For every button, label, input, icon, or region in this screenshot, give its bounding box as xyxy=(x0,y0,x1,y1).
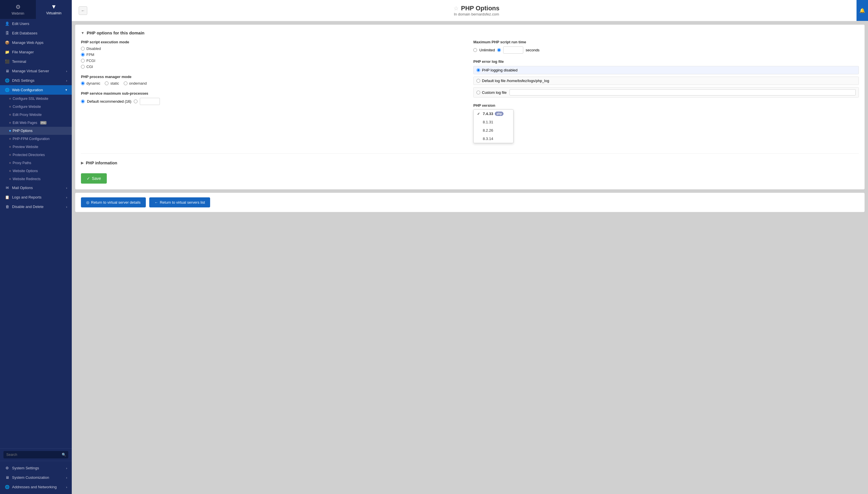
save-button[interactable]: ✓ Save xyxy=(81,173,107,184)
sidebar-item-php-options[interactable]: PHP Options xyxy=(0,127,72,135)
notification-button[interactable]: 🔔 xyxy=(856,0,868,21)
sidebar-item-proxy-paths[interactable]: Proxy Paths xyxy=(0,159,72,167)
nav-label: File Manager xyxy=(12,50,34,54)
sidebar-navigation: 👤 Edit Users 🗄 Edit Databases 📦 Manage W… xyxy=(0,19,72,449)
arrow-icon: › xyxy=(66,186,67,190)
php-version-item-8314[interactable]: ✓ 8.3.14 xyxy=(474,135,513,143)
sidebar-item-system-customization[interactable]: 🖥 System Customization › xyxy=(0,473,72,482)
radio-error-log-default[interactable] xyxy=(477,79,480,83)
radio-fpm[interactable]: FPM xyxy=(81,53,466,57)
nav-label: Edit Databases xyxy=(12,31,37,35)
run-time-input[interactable]: 300 xyxy=(503,46,523,54)
radio-fcgi-label: FCGI xyxy=(87,58,95,63)
php-version-text: 8.1.31 xyxy=(483,120,493,124)
radio-run-time-value[interactable] xyxy=(497,48,501,52)
radio-ondemand-input[interactable] xyxy=(124,81,127,85)
error-log-disabled-row[interactable]: PHP logging disabled xyxy=(473,66,859,74)
bell-icon: 🔔 xyxy=(860,8,865,13)
sidebar-item-manage-virtual-server[interactable]: 🖥 Manage Virtual Server › xyxy=(0,66,72,76)
nav-label: Manage Virtual Server xyxy=(12,69,49,73)
arrow-icon: › xyxy=(66,70,67,73)
tab-webmin[interactable]: ⚙ Webmin xyxy=(0,0,36,19)
sidebar-item-logs-reports[interactable]: 📋 Logs and Reports › xyxy=(0,192,72,202)
sidebar-item-preview-website[interactable]: Preview Website xyxy=(0,143,72,151)
sidebar-item-manage-web-apps[interactable]: 📦 Manage Web Apps xyxy=(0,38,72,48)
radio-disabled-label: Disabled xyxy=(87,46,101,51)
subprocesses-input-group: Default recommended (16) xyxy=(81,98,466,105)
sidebar-item-php-fpm-config[interactable]: PHP-FPM Configuration xyxy=(0,135,72,143)
back-button[interactable]: ← xyxy=(79,6,87,15)
radio-fcgi-input[interactable] xyxy=(81,59,85,62)
sub-nav-label: Proxy Paths xyxy=(13,161,31,165)
webmin-icon: ⚙ xyxy=(2,3,34,10)
dot-icon xyxy=(9,138,11,140)
radio-fpm-input[interactable] xyxy=(81,53,85,57)
return-list-button[interactable]: ← Return to virtual servers list xyxy=(149,197,210,207)
return-virtual-server-button[interactable]: ◎ Return to virtual server details xyxy=(81,197,146,207)
logs-icon: 📋 xyxy=(5,195,10,200)
sidebar-item-mail-options[interactable]: ✉ Mail Options › xyxy=(0,183,72,192)
main-content: ← ☆ PHP Options In domain bernardsfez.co… xyxy=(72,0,868,494)
custom-log-input[interactable] xyxy=(510,89,856,96)
sidebar-item-edit-web-pages[interactable]: Edit Web Pages Pro xyxy=(0,119,72,127)
php-version-dropdown: ✓ 7.4.33 php ✓ 8.1.31 ✓ 8.2.26 xyxy=(473,109,514,143)
radio-ondemand[interactable]: ondemand xyxy=(124,81,147,86)
sidebar-item-web-configuration[interactable]: 🌐 Web Configuration ▾ xyxy=(0,85,72,95)
dot-icon xyxy=(9,122,11,124)
virtual-server-icon: 🖥 xyxy=(5,69,10,73)
php-execution-mode-label: PHP script execution mode xyxy=(81,40,466,44)
page-header: ← ☆ PHP Options In domain bernardsfez.co… xyxy=(72,0,868,21)
radio-cgi[interactable]: CGI xyxy=(81,64,466,69)
sidebar-item-addresses-networking[interactable]: 🌐 Addresses and Networking › xyxy=(0,482,72,492)
radio-subproc-default[interactable] xyxy=(81,99,85,103)
php-process-manager-radio: dynamic static ondemand xyxy=(81,81,466,86)
collapse-icon[interactable]: ▼ xyxy=(81,31,85,35)
radio-subproc-custom[interactable] xyxy=(134,99,137,103)
radio-cgi-input[interactable] xyxy=(81,65,85,69)
error-log-custom-row[interactable]: Custom log file xyxy=(473,87,859,97)
error-log-label: PHP error log file xyxy=(473,59,859,64)
radio-static[interactable]: static xyxy=(105,81,119,86)
search-box: 🔍 xyxy=(0,449,72,461)
search-input[interactable] xyxy=(3,451,68,458)
sidebar-item-dns-settings[interactable]: 🌐 DNS Settings › xyxy=(0,76,72,85)
nav-label: Disable and Delete xyxy=(12,205,44,209)
nav-label: DNS Settings xyxy=(12,78,34,83)
sidebar-item-edit-users[interactable]: 👤 Edit Users xyxy=(0,19,72,28)
subproc-custom-input[interactable] xyxy=(140,98,160,105)
radio-static-input[interactable] xyxy=(105,81,109,85)
sidebar-item-disable-delete[interactable]: 🗑 Disable and Delete › xyxy=(0,202,72,211)
arrow-icon: › xyxy=(66,79,67,82)
radio-unlimited[interactable] xyxy=(473,48,477,52)
sidebar-item-file-manager[interactable]: 📁 File Manager xyxy=(0,48,72,57)
php-version-item-8226[interactable]: ✓ 8.2.26 xyxy=(474,126,513,135)
sidebar-item-system-settings[interactable]: ⚙ System Settings › xyxy=(0,463,72,473)
radio-dynamic[interactable]: dynamic xyxy=(81,81,100,86)
sidebar-item-configure-website[interactable]: Configure Website xyxy=(0,103,72,111)
radio-cgi-label: CGI xyxy=(87,64,93,69)
sidebar-item-edit-proxy-website[interactable]: Edit Proxy Website xyxy=(0,111,72,119)
radio-dynamic-input[interactable] xyxy=(81,81,85,85)
php-version-item-7433[interactable]: ✓ 7.4.33 php xyxy=(474,110,513,118)
sidebar-item-edit-databases[interactable]: 🗄 Edit Databases xyxy=(0,28,72,38)
right-column: Maximum PHP script run time Unlimited 30… xyxy=(473,40,859,149)
sidebar-item-protected-directories[interactable]: Protected Directories xyxy=(0,151,72,159)
sidebar-item-website-options[interactable]: Website Options xyxy=(0,167,72,175)
sidebar-item-terminal[interactable]: ⬛ Terminal xyxy=(0,57,72,66)
php-version-header: PHP version xyxy=(473,103,859,108)
radio-error-log-disabled[interactable] xyxy=(477,68,480,72)
radio-error-log-custom[interactable] xyxy=(477,91,480,94)
php-version-text: 7.4.33 xyxy=(483,112,493,116)
radio-disabled[interactable]: Disabled xyxy=(81,46,466,51)
sidebar-item-configure-ssl[interactable]: Configure SSL Website xyxy=(0,95,72,103)
star-icon[interactable]: ☆ xyxy=(454,5,459,12)
divider xyxy=(81,153,859,154)
error-log-default-row[interactable]: Default log file /home/bsfez/logs/php_lo… xyxy=(473,77,859,85)
sidebar-item-website-redirects[interactable]: Website Redirects xyxy=(0,175,72,183)
php-version-item-8131[interactable]: ✓ 8.1.31 xyxy=(474,118,513,126)
arrow-icon: › xyxy=(66,467,67,470)
radio-fcgi[interactable]: FCGI xyxy=(81,58,466,63)
tab-virtualmin[interactable]: ▼ Virtualmin xyxy=(36,0,72,19)
radio-disabled-input[interactable] xyxy=(81,47,85,51)
php-info-toggle[interactable]: ▶ PHP information xyxy=(81,158,859,168)
